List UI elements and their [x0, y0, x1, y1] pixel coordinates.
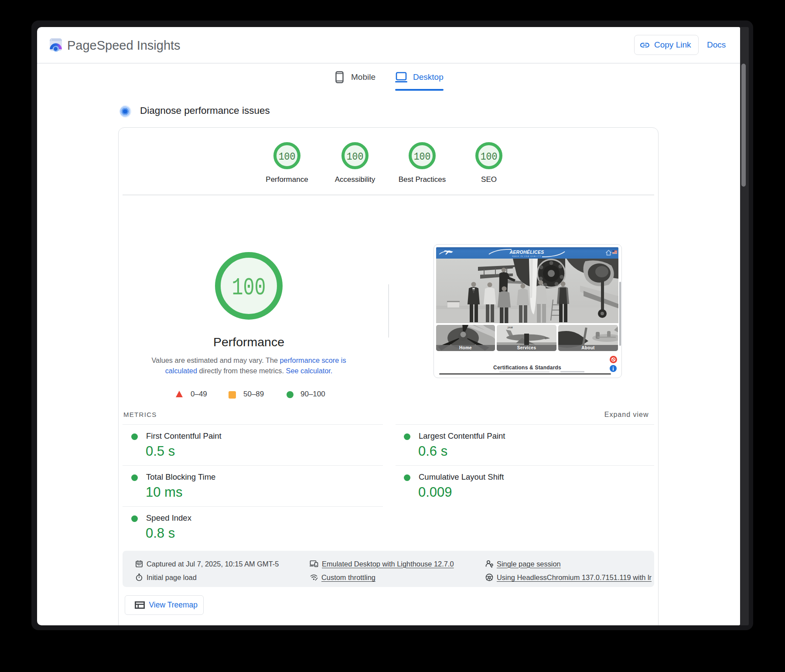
- svg-text:AEROHÉLICES: AEROHÉLICES: [509, 249, 544, 255]
- svg-text:100: 100: [232, 274, 266, 302]
- svg-text:100: 100: [347, 151, 364, 163]
- svg-text:100: 100: [481, 151, 498, 163]
- svg-text:100: 100: [279, 151, 296, 163]
- svg-text:100: 100: [414, 151, 431, 163]
- svg-text:MADE IN USA QUALITY: MADE IN USA QUALITY: [512, 255, 542, 257]
- svg-text:JAM: JAM: [507, 326, 513, 329]
